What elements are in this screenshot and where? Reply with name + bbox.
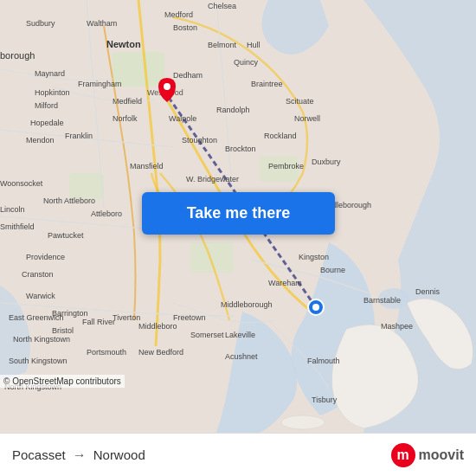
svg-text:Duxbury: Duxbury [312,158,341,166]
bottom-bar: Pocasset → Norwood m moovit [0,433,476,476]
svg-text:Warwick: Warwick [26,292,55,300]
svg-text:Pembroke: Pembroke [268,162,304,170]
svg-text:North Kingstown: North Kingstown [13,335,70,344]
svg-point-6 [281,415,325,429]
svg-text:Cranston: Cranston [22,270,54,279]
svg-text:Bourne: Bourne [320,266,345,274]
svg-text:Wareham: Wareham [268,279,302,287]
svg-text:Pawtucket: Pawtucket [48,231,84,240]
take-me-there-button[interactable]: Take me there [142,192,335,235]
route-info: Pocasset → Norwood [12,447,145,463]
svg-text:Smithfield: Smithfield [0,222,35,231]
svg-text:Boston: Boston [173,23,197,32]
moovit-logo: m moovit [391,443,464,467]
svg-text:Lakeville: Lakeville [225,331,255,339]
osm-credit: © OpenStreetMap contributors [0,375,125,388]
svg-text:North Attleboro: North Attleboro [43,196,95,205]
svg-text:Woonsocket: Woonsocket [0,179,43,188]
svg-rect-4 [190,242,234,273]
svg-text:Walpole: Walpole [169,114,196,123]
svg-text:Quincy: Quincy [234,58,259,67]
svg-text:Medford: Medford [164,10,193,19]
svg-text:Randolph: Randolph [216,106,250,114]
svg-text:Tisbury: Tisbury [312,396,338,404]
svg-text:Belmont: Belmont [208,41,237,49]
svg-text:W. Bridgewater: W. Bridgewater [186,175,239,183]
svg-text:Brockton: Brockton [225,145,256,153]
map-container: Newton borough Maynard Sudbury Waltham M… [0,0,476,433]
svg-text:Lincoln: Lincoln [0,205,25,214]
svg-text:Milford: Milford [35,101,58,110]
moovit-m-icon: m [391,443,415,467]
svg-text:Sudbury: Sudbury [26,19,55,28]
svg-text:Braintree: Braintree [251,80,283,88]
svg-text:Freetown: Freetown [173,313,206,322]
svg-text:Chelsea: Chelsea [208,2,236,10]
svg-text:Scituate: Scituate [286,97,314,106]
svg-text:Framingham: Framingham [78,80,122,88]
svg-text:Waltham: Waltham [87,19,117,28]
svg-text:Rockland: Rockland [264,132,297,140]
svg-text:Mendon: Mendon [26,136,55,145]
svg-text:Tiverton: Tiverton [113,313,140,322]
svg-text:Barnstable: Barnstable [363,296,401,305]
svg-text:Fall River: Fall River [82,318,115,326]
svg-text:Medfield: Medfield [113,97,142,106]
svg-text:Providence: Providence [26,253,65,261]
svg-text:Hull: Hull [247,41,261,49]
svg-text:Stoughton: Stoughton [182,136,217,145]
svg-text:Norfolk: Norfolk [113,114,138,123]
svg-text:Dennis: Dennis [415,287,441,296]
svg-rect-3 [69,173,104,199]
svg-text:South Kingstown: South Kingstown [9,357,68,365]
svg-text:Franklin: Franklin [65,132,93,140]
origin-label: Pocasset [12,447,66,462]
svg-text:Falmouth: Falmouth [307,357,340,365]
svg-text:Newton: Newton [106,39,141,49]
svg-text:Acushnet: Acushnet [225,352,258,361]
svg-text:borough: borough [0,50,35,61]
svg-text:Middleborough: Middleborough [221,300,273,309]
svg-point-77 [312,304,319,311]
destination-label: Norwood [93,447,145,462]
svg-text:Barrington: Barrington [52,309,88,318]
svg-point-75 [164,83,170,90]
svg-text:Bristol: Bristol [52,326,74,335]
svg-text:Kingston: Kingston [299,253,329,261]
svg-text:Mansfield: Mansfield [130,162,164,170]
svg-text:Hopedale: Hopedale [30,119,64,127]
moovit-brand-name: moovit [419,447,464,463]
arrow-icon: → [73,447,87,463]
svg-text:Middleboro: Middleboro [138,322,177,331]
svg-text:Norwell: Norwell [294,114,320,123]
svg-text:Somerset: Somerset [190,331,224,339]
svg-text:Maynard: Maynard [35,69,65,78]
svg-text:Attleboro: Attleboro [91,209,122,218]
svg-text:New Bedford: New Bedford [138,348,183,357]
svg-text:Portsmouth: Portsmouth [87,348,126,357]
svg-text:Hopkinton: Hopkinton [35,88,70,97]
svg-text:Dedham: Dedham [173,71,203,80]
svg-text:Mashpee: Mashpee [381,322,413,331]
